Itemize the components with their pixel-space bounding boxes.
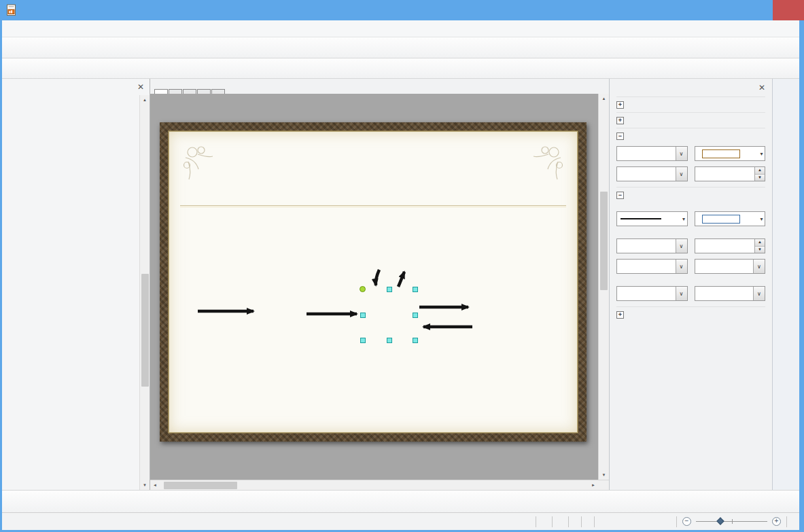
collapse-icon[interactable]: −: [616, 132, 624, 140]
shape-sensory-memory[interactable]: [262, 289, 303, 334]
menu-help[interactable]: [92, 26, 103, 31]
title-bar: [0, 0, 804, 20]
drawing-toolbar: [2, 490, 799, 512]
selection-handle[interactable]: [387, 338, 392, 343]
line-transparency-input[interactable]: ▲▼: [695, 238, 766, 253]
close-button[interactable]: [773, 0, 804, 20]
tab-slide-sorter[interactable]: [211, 89, 225, 94]
standard-toolbar: [2, 37, 799, 58]
line-style-select[interactable]: ∨: [616, 238, 688, 253]
tab-notes[interactable]: [183, 89, 196, 94]
menu-insert[interactable]: [37, 26, 48, 31]
shape-short-term-memory[interactable]: [363, 289, 415, 340]
impress-app-icon: [5, 4, 18, 16]
menu-view[interactable]: [27, 26, 37, 31]
menu-bar: [2, 20, 799, 37]
shape-long-term-memory[interactable]: [475, 285, 541, 342]
minimize-button[interactable]: [727, 0, 750, 20]
scroll-down-icon[interactable]: ▼: [143, 480, 147, 490]
selection-handle[interactable]: [413, 338, 418, 343]
section-line[interactable]: −: [616, 187, 765, 202]
menu-tools[interactable]: [59, 26, 70, 31]
slides-panel-close-icon[interactable]: ✕: [137, 82, 144, 92]
line-color-picker[interactable]: ▾: [695, 211, 766, 226]
fill-type-select[interactable]: ∨: [616, 146, 688, 161]
menu-edit[interactable]: [16, 26, 27, 31]
maximize-button[interactable]: [750, 0, 773, 20]
section-paragraph[interactable]: +: [616, 112, 765, 128]
collapse-icon[interactable]: −: [616, 192, 624, 199]
section-area[interactable]: −: [616, 128, 765, 143]
cap-style-select[interactable]: ∨: [695, 286, 766, 301]
tab-outline[interactable]: [169, 89, 182, 94]
line-width-select[interactable]: ▾: [616, 211, 688, 226]
selection-handle[interactable]: [360, 338, 366, 343]
horizontal-scrollbar[interactable]: ◄ ►: [150, 480, 609, 490]
slide-canvas[interactable]: [160, 122, 587, 442]
transparency-value-input[interactable]: ▲▼: [695, 166, 766, 181]
expand-icon[interactable]: +: [616, 117, 624, 124]
line-and-filling-toolbar: [2, 58, 799, 79]
line-color-swatch: [702, 215, 740, 224]
scroll-right-icon[interactable]: ►: [589, 480, 598, 490]
scroll-up-icon[interactable]: ▲: [602, 94, 606, 103]
arrow-end-select[interactable]: ∨: [695, 259, 766, 274]
slide-workspace[interactable]: [150, 94, 598, 480]
selection-handle[interactable]: [360, 286, 366, 292]
menu-format[interactable]: [48, 26, 59, 31]
selection-handle[interactable]: [387, 287, 392, 292]
slides-panel-scrollbar[interactable]: ▲ ▼: [139, 95, 150, 490]
zoom-out-icon[interactable]: −: [682, 517, 691, 526]
properties-panel: ✕ + + −: [609, 79, 772, 490]
selection-handle[interactable]: [360, 313, 366, 318]
section-position-size[interactable]: +: [616, 306, 765, 322]
corner-style-select[interactable]: ∨: [616, 286, 688, 301]
zoom-in-icon[interactable]: +: [772, 517, 781, 526]
transparency-type-select[interactable]: ∨: [616, 166, 688, 181]
zoom-slider-thumb[interactable]: [716, 517, 724, 525]
menu-window[interactable]: [81, 26, 92, 31]
diagram-arrows: [160, 122, 587, 442]
expand-icon[interactable]: +: [616, 311, 624, 319]
selection-handle[interactable]: [413, 287, 418, 292]
impress-window: ✕ ▲ ▼: [0, 0, 804, 532]
selection-handle[interactable]: [413, 313, 418, 318]
vertical-scrollbar[interactable]: ▲ ▼: [598, 94, 609, 480]
fill-color-picker[interactable]: ▾: [695, 146, 766, 161]
section-text[interactable]: +: [616, 96, 765, 112]
slides-panel: ✕ ▲ ▼: [2, 79, 150, 490]
tab-normal[interactable]: [154, 89, 168, 94]
view-tabs: [150, 79, 609, 94]
status-bar: − +: [2, 512, 799, 530]
slide-thumbnail-list: [2, 95, 139, 490]
arrow-start-select[interactable]: ∨: [616, 259, 688, 274]
menu-slide-show[interactable]: [70, 26, 81, 31]
sidebar-tab-strip: [772, 79, 799, 490]
scroll-left-icon[interactable]: ◄: [150, 480, 160, 490]
scroll-down-icon[interactable]: ▼: [602, 470, 606, 480]
scroll-up-icon[interactable]: ▲: [143, 95, 147, 105]
fill-color-swatch: [702, 149, 740, 158]
expand-icon[interactable]: +: [616, 101, 624, 109]
menu-file[interactable]: [5, 26, 16, 31]
tab-handout[interactable]: [197, 89, 211, 94]
properties-close-icon[interactable]: ✕: [758, 83, 765, 92]
zoom-slider[interactable]: − +: [677, 517, 786, 526]
